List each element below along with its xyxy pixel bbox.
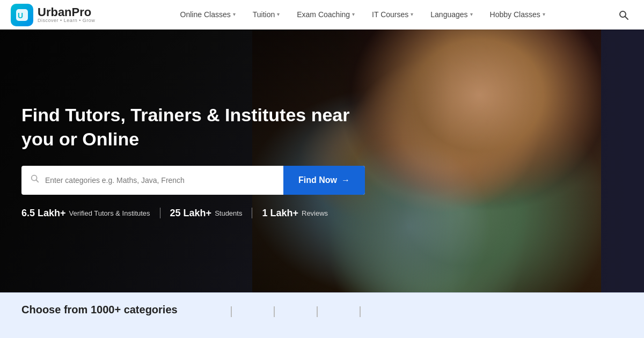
nav-item-languages[interactable]: Languages ▾	[422, 0, 481, 30]
stat-tutors: 6.5 Lakh+ Verified Tutors & Institutes	[21, 208, 150, 219]
stat-students: 25 Lakh+ Students	[170, 208, 243, 219]
search-input[interactable]	[45, 176, 275, 185]
nav-item-it-courses[interactable]: IT Courses ▾	[363, 0, 422, 30]
stat-tutors-number: 6.5 Lakh+	[21, 208, 66, 219]
search-bar: Find Now →	[21, 166, 365, 195]
search-input-wrapper	[21, 166, 283, 195]
chevron-down-icon: ▾	[352, 11, 355, 17]
stat-divider-1	[160, 208, 160, 218]
find-now-button[interactable]: Find Now →	[283, 166, 365, 195]
stat-students-number: 25 Lakh+	[170, 208, 212, 219]
stat-reviews-label: Reviews	[302, 209, 328, 217]
nav-item-online-classes[interactable]: Online Classes ▾	[172, 0, 244, 30]
nav-item-hobby-classes[interactable]: Hobby Classes ▾	[481, 0, 554, 30]
chevron-down-icon: ▾	[543, 11, 545, 17]
nav-label-exam-coaching: Exam Coaching	[297, 10, 350, 19]
svg-text:U: U	[18, 11, 23, 20]
chevron-down-icon: ▾	[411, 11, 413, 17]
chevron-down-icon: ▾	[470, 11, 473, 17]
svg-line-5	[36, 180, 38, 182]
navbar: U UrbanPro Discover • Learn • Grow Onlin…	[0, 0, 644, 30]
arrow-icon: →	[341, 175, 350, 185]
chevron-down-icon: ▾	[233, 11, 236, 17]
nav-label-tuition: Tuition	[253, 10, 275, 19]
hero-title: Find Tutors, Trainers & Institutes near …	[21, 103, 386, 150]
logo-icon: U	[11, 4, 33, 26]
logo-text: UrbanPro Discover • Learn • Grow	[38, 6, 95, 23]
stat-students-label: Students	[215, 209, 242, 217]
chevron-down-icon: ▾	[277, 11, 280, 17]
stat-divider-2	[252, 208, 252, 218]
category-icon-3	[296, 304, 339, 317]
hero-section: Find Tutors, Trainers & Institutes near …	[0, 30, 644, 292]
nav-label-languages: Languages	[430, 10, 467, 19]
bottom-section: Choose from 1000+ categories	[0, 292, 644, 338]
nav-label-online-classes: Online Classes	[180, 10, 231, 19]
categories-title: Choose from 1000+ categories	[21, 304, 178, 316]
search-icon	[30, 174, 40, 186]
category-icon-2	[253, 304, 296, 317]
stat-reviews-number: 1 Lakh+	[262, 208, 298, 219]
stat-reviews: 1 Lakh+ Reviews	[262, 208, 328, 219]
category-icons-row	[210, 304, 382, 317]
svg-line-3	[625, 16, 628, 19]
nav-label-hobby-classes: Hobby Classes	[490, 10, 540, 19]
hero-content: Find Tutors, Trainers & Institutes near …	[21, 30, 386, 292]
logo[interactable]: U UrbanPro Discover • Learn • Grow	[11, 4, 95, 26]
stats-row: 6.5 Lakh+ Verified Tutors & Institutes 2…	[21, 208, 386, 219]
category-icon-1	[210, 304, 253, 317]
stat-tutors-label: Verified Tutors & Institutes	[69, 209, 150, 217]
nav-label-it-courses: IT Courses	[372, 10, 408, 19]
find-now-label: Find Now	[298, 175, 337, 185]
search-button[interactable]	[614, 5, 633, 25]
logo-name: UrbanPro	[38, 6, 95, 18]
nav-item-exam-coaching[interactable]: Exam Coaching ▾	[288, 0, 363, 30]
nav-links: Online Classes ▾ Tuition ▾ Exam Coaching…	[111, 0, 614, 30]
logo-tagline: Discover • Learn • Grow	[38, 18, 95, 23]
category-icon-4	[339, 304, 382, 317]
nav-item-tuition[interactable]: Tuition ▾	[244, 0, 289, 30]
